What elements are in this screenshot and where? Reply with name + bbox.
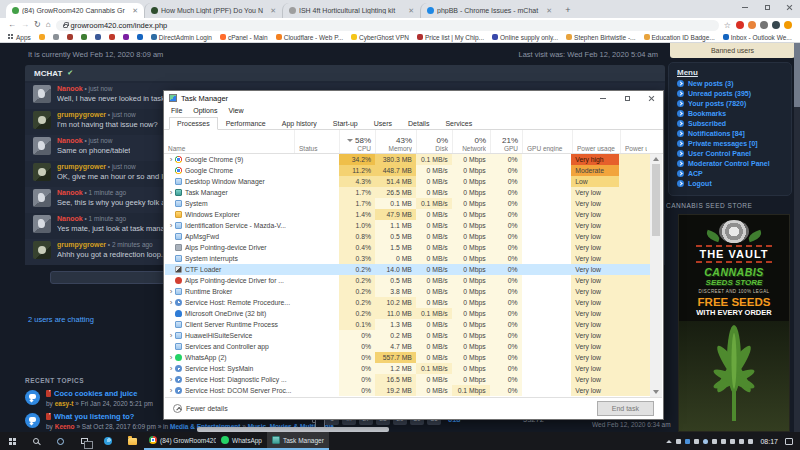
sidebar-menu-item[interactable]: Private messages [0]: [677, 140, 783, 147]
bookmark-item[interactable]: [39, 34, 45, 40]
process-row[interactable]: ›HuaweiHiSuiteService0%0.2 MB0 MB/s0 Mbp…: [165, 330, 650, 341]
task-view-button[interactable]: [72, 432, 96, 450]
volume-icon[interactable]: [748, 439, 753, 444]
new-tab-button[interactable]: +: [562, 4, 574, 16]
tm-scrollbar[interactable]: [650, 154, 662, 397]
bookmark-item[interactable]: Apps: [8, 34, 31, 41]
expand-arrow-icon[interactable]: ›: [167, 222, 175, 230]
scroll-up-icon[interactable]: [653, 157, 659, 161]
tm-maximize-button[interactable]: [615, 91, 639, 105]
tab-details[interactable]: Details: [400, 117, 437, 129]
process-row[interactable]: Alps Pointing-device Driver for ...0.2%0…: [165, 275, 650, 286]
column-header-status[interactable]: Status: [294, 130, 339, 153]
process-row[interactable]: Google Chrome11.2%448.7 MB0 MB/s0 Mbps0%…: [165, 165, 650, 176]
topic-author-link[interactable]: easy-t: [55, 400, 74, 407]
fewer-details-toggle[interactable]: Fewer details: [173, 404, 228, 413]
extension-icon[interactable]: [772, 21, 780, 29]
seed-store-ad-banner[interactable]: THE VAULT CANNABIS SEEDS STORE DISCREET …: [678, 214, 790, 432]
tm-minimize-button[interactable]: [591, 91, 615, 105]
edge-button[interactable]: [96, 432, 120, 450]
chat-username[interactable]: Nanook: [57, 85, 83, 92]
sidebar-menu-item[interactable]: Unread posts (395): [677, 90, 783, 97]
sidebar-menu-item[interactable]: ACP: [677, 170, 783, 177]
taskbar-app-tm[interactable]: Task Manager: [267, 432, 329, 450]
extension-icon[interactable]: [748, 21, 756, 29]
process-row[interactable]: ›Identification Service - Mazda-V...1.0%…: [165, 220, 650, 231]
bookmark-item[interactable]: Stephen Birtwistle -...: [566, 34, 635, 41]
column-header-disk[interactable]: 0%Disk: [416, 130, 452, 153]
sidebar-menu-item[interactable]: New posts (3): [677, 80, 783, 87]
taskbar-app-chrome[interactable]: (84) GrowRoom420 C...: [144, 432, 216, 450]
process-row[interactable]: System1.7%0.1 MB0.1 MB/s0 Mbps0%Very low: [165, 198, 650, 209]
process-row[interactable]: Desktop Window Manager4.3%51.4 MB0 MB/s0…: [165, 176, 650, 187]
column-header-gpu[interactable]: 21%GPU: [490, 130, 522, 153]
close-button[interactable]: [778, 0, 800, 14]
bookmark-item[interactable]: [53, 34, 59, 40]
extension-icon[interactable]: [760, 21, 768, 29]
end-task-button[interactable]: End task: [597, 401, 654, 416]
chat-username[interactable]: grumpygrower: [57, 241, 106, 248]
network-icon[interactable]: [676, 439, 681, 444]
taskbar-app-wa[interactable]: WhatsApp: [216, 432, 267, 450]
refresh-icon[interactable]: ↻: [34, 21, 41, 29]
sidebar-menu-item[interactable]: Logout: [677, 180, 783, 187]
column-header-power-trend[interactable]: Power usage t...: [620, 130, 651, 153]
onedrive-icon[interactable]: [703, 439, 708, 444]
extension-icon[interactable]: [736, 21, 744, 29]
search-button[interactable]: [24, 432, 48, 450]
process-row[interactable]: ›Service Host: SysMain0%1.2 MB0.1 MB/s0 …: [165, 363, 650, 374]
expand-arrow-icon[interactable]: ›: [167, 354, 175, 362]
process-row[interactable]: ›Service Host: Diagnostic Policy ...0%16…: [165, 374, 650, 385]
bookmark-item[interactable]: [123, 34, 129, 40]
bookmark-item[interactable]: Online supply only...: [492, 34, 558, 41]
bookmark-item[interactable]: DirectAdmin Login: [151, 34, 212, 41]
column-header-power-usage[interactable]: Power usage: [572, 130, 620, 153]
minimize-button[interactable]: [734, 0, 756, 14]
hidden-icons-icon[interactable]: [666, 440, 672, 443]
bookmark-item[interactable]: cPanel - Main: [220, 34, 268, 41]
process-row[interactable]: ›Service Host: DCOM Server Proc...0%19.2…: [165, 385, 650, 396]
expand-arrow-icon[interactable]: ›: [167, 288, 175, 296]
bookmark-item[interactable]: Education ID Badge...: [644, 34, 715, 41]
process-row[interactable]: Alps Pointing-device Driver0.4%1.5 MB0 M…: [165, 242, 650, 253]
bookmark-item[interactable]: CyberGhost VPN: [351, 34, 409, 41]
sidebar-menu-item[interactable]: User Control Panel: [677, 150, 783, 157]
column-header-gpu-engine[interactable]: GPU engine: [522, 130, 572, 153]
scroll-down-icon[interactable]: [653, 390, 659, 394]
tab-close-icon[interactable]: ✕: [408, 7, 414, 15]
browser-tab[interactable]: How Much Light (PPF) Do You N✕: [144, 3, 282, 18]
process-row[interactable]: ›Google Chrome (9)34.2%380.3 MB0.1 MB/s0…: [165, 154, 650, 165]
home-icon[interactable]: ⌂: [46, 21, 51, 29]
process-row[interactable]: Windows Explorer1.4%47.9 MB0 MB/s0 Mbps0…: [165, 209, 650, 220]
tm-menu-options[interactable]: Options: [193, 107, 217, 114]
bookmark-item[interactable]: [109, 34, 115, 40]
bookmark-item[interactable]: [81, 34, 87, 40]
topic-title-link[interactable]: Coco cookies and juice: [46, 389, 153, 398]
eject-icon[interactable]: [721, 439, 726, 444]
tab-performance[interactable]: Performance: [218, 117, 274, 129]
expand-arrow-icon[interactable]: ›: [167, 376, 175, 384]
browser-tab[interactable]: ISH 4ft Horticultural Lighting kit✕: [282, 3, 420, 18]
sidebar-menu-item[interactable]: Notifications [84]: [677, 130, 783, 137]
pen-icon[interactable]: [739, 439, 744, 444]
column-header-name[interactable]: Name: [164, 130, 294, 153]
process-row[interactable]: ›Service Host: Remote Procedure...0.2%10…: [165, 297, 650, 308]
tm-menu-view[interactable]: View: [228, 107, 243, 114]
start-button[interactable]: [0, 432, 24, 450]
sidebar-menu-item[interactable]: Your posts (7820): [677, 100, 783, 107]
bookmark-item[interactable]: [67, 34, 73, 40]
cortana-button[interactable]: [48, 432, 72, 450]
tab-close-icon[interactable]: ✕: [270, 7, 276, 15]
bookmark-item[interactable]: Cloudflare - Web P...: [276, 34, 343, 41]
maximize-button[interactable]: [756, 0, 778, 14]
process-row[interactable]: ›WhatsApp (2)0%557.7 MB0 MB/s0 Mbps0%Ver…: [165, 352, 650, 363]
clock[interactable]: 08:17: [757, 438, 781, 445]
tab-users[interactable]: Users: [366, 117, 400, 129]
sidebar-menu-item[interactable]: Subscribed: [677, 120, 783, 127]
chat-username[interactable]: Nanook: [57, 215, 83, 222]
expand-arrow-icon[interactable]: ›: [167, 365, 175, 373]
tm-menu-file[interactable]: File: [171, 107, 182, 114]
page-scrollbar[interactable]: [794, 43, 800, 432]
tab-close-icon[interactable]: ✕: [132, 7, 138, 15]
file-explorer-button[interactable]: [120, 432, 144, 450]
